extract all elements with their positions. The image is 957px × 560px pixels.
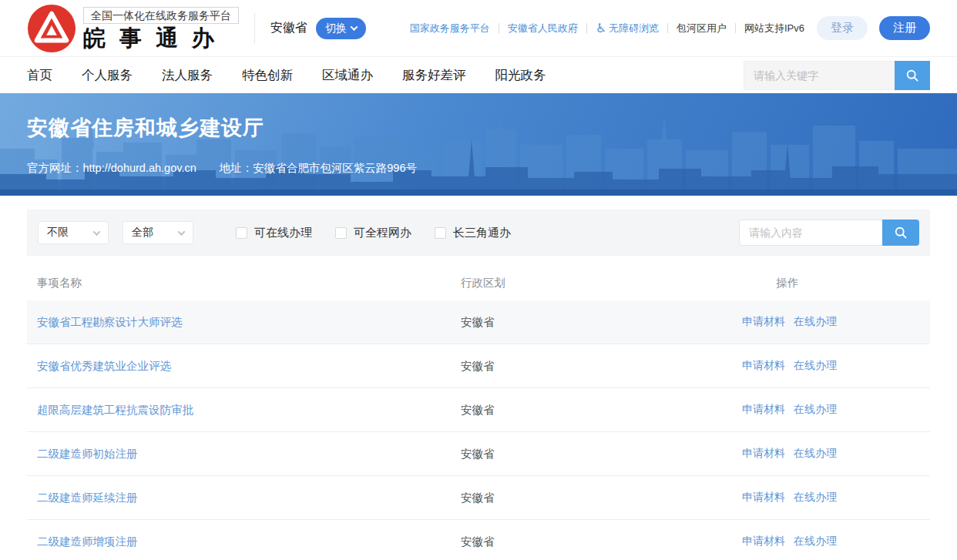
filter-dropdown-category[interactable]: 全部 bbox=[123, 221, 193, 244]
link-district-user[interactable]: 包河区用户 bbox=[677, 22, 727, 35]
item-name-link[interactable]: 二级建造师延续注册 bbox=[37, 491, 461, 505]
filter-bar: 不限 全部 可在线办理 可全程网办 长三角通办 bbox=[27, 210, 930, 256]
apply-materials-link[interactable]: 申请材料 bbox=[742, 315, 785, 329]
divider bbox=[735, 23, 736, 33]
region-label: 安徽省 bbox=[270, 20, 307, 36]
site-header: 全国一体化在线政务服务平台 皖事通办 安徽省 切换 国家政务服务平台 安徽省人民… bbox=[0, 0, 957, 56]
filter-search-input[interactable] bbox=[739, 220, 882, 246]
nav-item-legal-services[interactable]: 法人服务 bbox=[162, 67, 213, 84]
column-header-item-name: 事项名称 bbox=[37, 276, 461, 290]
main-nav: 首页 个人服务 法人服务 特色创新 区域通办 服务好差评 阳光政务 bbox=[0, 56, 957, 93]
online-handle-link[interactable]: 在线办理 bbox=[794, 447, 837, 461]
apply-materials-link[interactable]: 申请材料 bbox=[742, 403, 785, 417]
online-handle-link[interactable]: 在线办理 bbox=[794, 403, 837, 417]
table-row: 二级建造师初始注册 安徽省 申请材料 在线办理 bbox=[27, 432, 930, 476]
filter-checkbox-fully-online[interactable]: 可全程网办 bbox=[335, 226, 411, 240]
table-header: 事项名称 行政区划 操作 bbox=[27, 266, 930, 300]
apply-materials-link[interactable]: 申请材料 bbox=[742, 359, 785, 373]
search-icon bbox=[893, 225, 908, 240]
divider bbox=[586, 23, 587, 33]
chevron-down-icon bbox=[178, 228, 186, 236]
table-row: 安徽省优秀建筑业企业评选 安徽省 申请材料 在线办理 bbox=[27, 344, 930, 388]
nav-item-personal-services[interactable]: 个人服务 bbox=[82, 67, 133, 84]
filter-checkbox-online[interactable]: 可在线办理 bbox=[236, 226, 312, 240]
region-group: 安徽省 切换 bbox=[254, 13, 366, 44]
nav-item-open-government[interactable]: 阳光政务 bbox=[495, 67, 546, 84]
filter-checkbox-yangtze-delta[interactable]: 长三角通办 bbox=[435, 226, 511, 240]
site-name: 皖事通办 bbox=[83, 26, 239, 49]
region-value: 安徽省 bbox=[461, 535, 742, 549]
filter-search-button[interactable] bbox=[882, 220, 919, 246]
table-row: 安徽省工程勘察设计大师评选 安徽省 申请材料 在线办理 bbox=[27, 300, 930, 344]
department-address: 地址：安徽省合肥市包河区紫云路996号 bbox=[220, 161, 417, 176]
region-value: 安徽省 bbox=[461, 359, 742, 374]
online-handle-link[interactable]: 在线办理 bbox=[794, 491, 837, 505]
nav-item-featured-innovation[interactable]: 特色创新 bbox=[242, 67, 293, 84]
online-handle-link[interactable]: 在线办理 bbox=[794, 535, 837, 548]
checkbox-icon[interactable] bbox=[335, 227, 347, 239]
chevron-down-icon bbox=[351, 23, 358, 31]
filter-dropdown-scope[interactable]: 不限 bbox=[38, 221, 109, 244]
region-value: 安徽省 bbox=[461, 315, 742, 330]
apply-materials-link[interactable]: 申请材料 bbox=[742, 491, 785, 505]
login-button[interactable]: 登录 bbox=[817, 16, 868, 40]
link-anhui-gov[interactable]: 安徽省人民政府 bbox=[508, 22, 578, 35]
table-row: 二级建造师延续注册 安徽省 申请材料 在线办理 bbox=[27, 476, 930, 520]
online-handle-link[interactable]: 在线办理 bbox=[794, 359, 837, 373]
logo-text: 全国一体化在线政务服务平台 皖事通办 bbox=[83, 7, 239, 49]
item-name-link[interactable]: 安徽省工程勘察设计大师评选 bbox=[37, 315, 461, 330]
region-switch-button[interactable]: 切换 bbox=[316, 18, 366, 39]
region-value: 安徽省 bbox=[461, 447, 742, 461]
department-website: 官方网址：http://dohurd.ah.gov.cn bbox=[27, 161, 196, 176]
item-name-link[interactable]: 二级建造师增项注册 bbox=[37, 535, 461, 549]
column-header-region: 行政区划 bbox=[461, 276, 742, 290]
link-accessibility[interactable]: ♿ 无障碍浏览 bbox=[596, 22, 659, 35]
divider bbox=[499, 23, 499, 33]
region-value: 安徽省 bbox=[461, 491, 742, 505]
main-content: 不限 全部 可在线办理 可全程网办 长三角通办 bbox=[27, 210, 930, 560]
header-links: 国家政务服务平台 安徽省人民政府 ♿ 无障碍浏览 包河区用户 网站支持IPv6 … bbox=[410, 16, 930, 40]
filter-search bbox=[739, 220, 919, 246]
column-header-actions: 操作 bbox=[742, 276, 920, 290]
department-banner: 安徽省住房和城乡建设厅 官方网址：http://dohurd.ah.gov.cn… bbox=[0, 93, 957, 196]
wheelchair-icon: ♿ bbox=[596, 22, 606, 35]
register-button[interactable]: 注册 bbox=[879, 16, 930, 40]
link-national-platform[interactable]: 国家政务服务平台 bbox=[410, 22, 490, 35]
region-value: 安徽省 bbox=[461, 403, 742, 417]
checkbox-icon[interactable] bbox=[435, 227, 446, 239]
nav-item-service-rating[interactable]: 服务好差评 bbox=[402, 67, 466, 84]
search-icon bbox=[905, 68, 920, 83]
nav-search-button[interactable] bbox=[895, 61, 930, 90]
items-table: 事项名称 行政区划 操作 安徽省工程勘察设计大师评选 安徽省 申请材料 在线办理… bbox=[27, 266, 930, 560]
platform-badge: 全国一体化在线政务服务平台 bbox=[83, 7, 239, 24]
item-name-link[interactable]: 二级建造师初始注册 bbox=[37, 447, 461, 461]
apply-materials-link[interactable]: 申请材料 bbox=[742, 535, 785, 548]
table-row: 二级建造师增项注册 安徽省 申请材料 在线办理 bbox=[27, 520, 930, 560]
nav-search bbox=[744, 61, 930, 90]
nav-search-input[interactable] bbox=[744, 61, 895, 90]
table-row: 超限高层建筑工程抗震设防审批 安徽省 申请材料 在线办理 bbox=[27, 388, 930, 432]
online-handle-link[interactable]: 在线办理 bbox=[794, 315, 837, 329]
site-logo[interactable] bbox=[27, 4, 76, 53]
nav-item-home[interactable]: 首页 bbox=[27, 67, 52, 84]
ipv6-badge: 网站支持IPv6 bbox=[744, 22, 804, 35]
divider bbox=[667, 23, 668, 33]
apply-materials-link[interactable]: 申请材料 bbox=[742, 447, 785, 461]
item-name-link[interactable]: 安徽省优秀建筑业企业评选 bbox=[37, 359, 461, 374]
department-title: 安徽省住房和城乡建设厅 bbox=[27, 93, 930, 142]
chevron-down-icon bbox=[93, 228, 101, 236]
item-name-link[interactable]: 超限高层建筑工程抗震设防审批 bbox=[37, 403, 461, 417]
nav-item-regional[interactable]: 区域通办 bbox=[322, 67, 373, 84]
checkbox-icon[interactable] bbox=[236, 227, 247, 239]
